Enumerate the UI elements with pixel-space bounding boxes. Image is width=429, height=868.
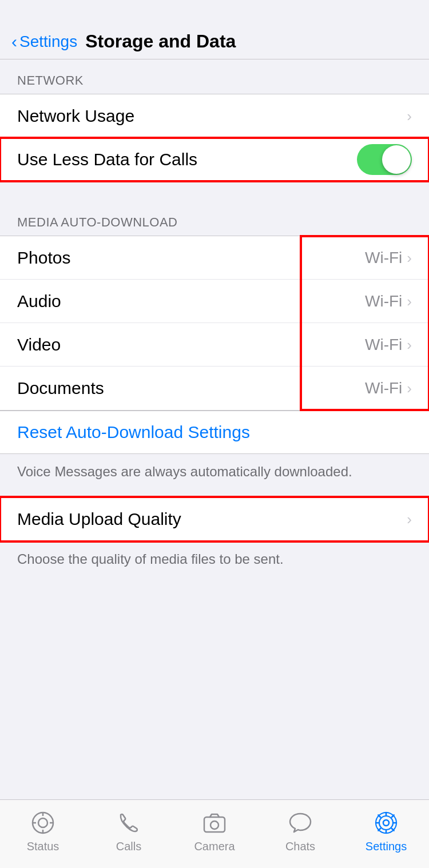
- tab-calls-label: Calls: [116, 840, 141, 853]
- media-auto-download-card: Photos Wi-Fi › Audio Wi-Fi › Video Wi-Fi…: [0, 236, 429, 411]
- documents-value: Wi-Fi: [365, 379, 402, 397]
- reset-auto-download-row[interactable]: Reset Auto-Download Settings: [0, 411, 429, 454]
- svg-point-8: [383, 820, 389, 826]
- video-row[interactable]: Video Wi-Fi ›: [0, 323, 429, 367]
- media-upload-quality-right: ›: [407, 512, 412, 527]
- svg-point-9: [379, 816, 393, 830]
- media-upload-info: Choose the quality of media files to be …: [0, 541, 429, 580]
- audio-label: Audio: [17, 292, 61, 311]
- photos-row[interactable]: Photos Wi-Fi ›: [0, 236, 429, 280]
- video-right: Wi-Fi ›: [365, 336, 412, 354]
- tab-status-label: Status: [27, 840, 59, 853]
- media-auto-download-section-label: MEDIA AUTO-DOWNLOAD: [0, 201, 429, 236]
- spacer-2: [0, 492, 429, 497]
- audio-chevron-icon: ›: [407, 294, 412, 309]
- status-icon: [28, 808, 58, 838]
- use-less-data-toggle[interactable]: [357, 144, 412, 175]
- photos-label: Photos: [17, 248, 70, 268]
- svg-point-7: [210, 821, 219, 829]
- reset-auto-download-label: Reset Auto-Download Settings: [17, 423, 250, 442]
- photos-value: Wi-Fi: [365, 249, 402, 267]
- tab-settings[interactable]: Settings: [346, 808, 426, 853]
- navigation-header: ‹ Settings Storage and Data: [0, 0, 429, 59]
- video-value: Wi-Fi: [365, 336, 402, 354]
- audio-right: Wi-Fi ›: [365, 292, 412, 310]
- use-less-data-label: Use Less Data for Calls: [17, 150, 197, 169]
- network-usage-label: Network Usage: [17, 106, 134, 126]
- spacer-1: [0, 182, 429, 201]
- network-usage-right: ›: [407, 109, 412, 124]
- chevron-right-icon: ›: [407, 109, 412, 124]
- tab-chats[interactable]: Chats: [260, 808, 340, 853]
- network-card: Network Usage › Use Less Data for Calls: [0, 94, 429, 182]
- toggle-knob: [382, 145, 411, 174]
- camera-icon: [200, 808, 229, 838]
- page-title: Storage and Data: [85, 31, 236, 52]
- documents-label: Documents: [17, 379, 104, 398]
- documents-chevron-icon: ›: [407, 381, 412, 396]
- tab-chats-label: Chats: [285, 840, 315, 853]
- documents-right: Wi-Fi ›: [365, 379, 412, 397]
- use-less-data-right: [357, 144, 412, 175]
- audio-value: Wi-Fi: [365, 292, 402, 310]
- media-upload-quality-label: Media Upload Quality: [17, 509, 181, 529]
- back-button[interactable]: ‹ Settings: [11, 33, 77, 51]
- back-chevron-icon: ‹: [11, 33, 17, 50]
- video-label: Video: [17, 335, 61, 355]
- photos-right: Wi-Fi ›: [365, 249, 412, 267]
- voice-messages-info: Voice Messages are always automatically …: [0, 454, 429, 492]
- media-upload-chevron-icon: ›: [407, 512, 412, 527]
- calls-icon: [114, 808, 144, 838]
- tab-settings-label: Settings: [366, 840, 407, 853]
- documents-row[interactable]: Documents Wi-Fi ›: [0, 367, 429, 410]
- chats-icon: [285, 808, 315, 838]
- use-less-data-highlight: Use Less Data for Calls: [0, 138, 429, 181]
- tab-calls[interactable]: Calls: [89, 808, 169, 853]
- svg-point-1: [38, 818, 47, 827]
- settings-icon: [371, 808, 401, 838]
- tab-status[interactable]: Status: [3, 808, 83, 853]
- tab-bar: Status Calls Camera Chats: [0, 799, 429, 868]
- media-upload-quality-row[interactable]: Media Upload Quality ›: [0, 497, 429, 541]
- back-label: Settings: [19, 33, 77, 51]
- tab-camera[interactable]: Camera: [174, 808, 255, 853]
- photos-chevron-icon: ›: [407, 250, 412, 265]
- tab-camera-label: Camera: [194, 840, 235, 853]
- network-usage-row[interactable]: Network Usage ›: [0, 94, 429, 138]
- use-less-data-row[interactable]: Use Less Data for Calls: [0, 138, 429, 181]
- media-upload-highlight: Media Upload Quality ›: [0, 497, 429, 541]
- audio-row[interactable]: Audio Wi-Fi ›: [0, 280, 429, 323]
- media-upload-card: Media Upload Quality ›: [0, 497, 429, 541]
- video-chevron-icon: ›: [407, 337, 412, 352]
- network-section-label: NETWORK: [0, 59, 429, 94]
